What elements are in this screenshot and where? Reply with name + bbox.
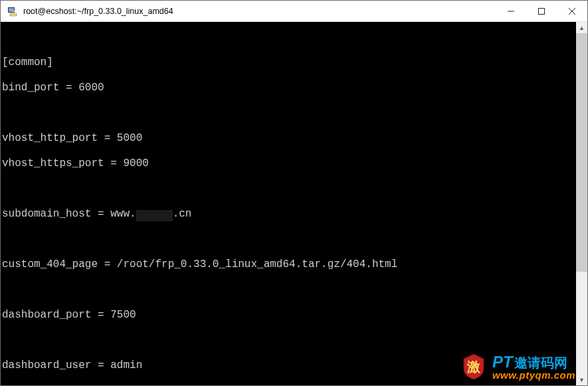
scrollbar-thumb[interactable] bbox=[576, 33, 587, 272]
text: .cn bbox=[173, 208, 192, 220]
config-line: dashboard_pwd = a bbox=[2, 385, 575, 385]
config-line bbox=[2, 183, 575, 195]
config-line: vhost_http_port = 5000 bbox=[2, 132, 575, 145]
config-line: vhost_https_port = 9000 bbox=[2, 157, 575, 170]
config-line bbox=[2, 107, 575, 120]
svg-rect-5 bbox=[539, 8, 545, 14]
config-line: subdomain_host = www..cn bbox=[2, 208, 575, 221]
config-line bbox=[2, 334, 575, 347]
config-line: dashboard_user = admin bbox=[2, 359, 575, 372]
terminal-area: [common] bind_port = 6000 vhost_http_por… bbox=[1, 22, 587, 385]
scroll-down-button[interactable]: ▼ bbox=[576, 374, 587, 385]
close-button[interactable] bbox=[557, 1, 587, 21]
scrollbar-track[interactable] bbox=[576, 33, 587, 374]
scroll-up-button[interactable]: ▲ bbox=[576, 22, 587, 33]
config-line: custom_404_page = /root/frp_0.33.0_linux… bbox=[2, 258, 575, 271]
svg-rect-2 bbox=[10, 13, 17, 16]
config-line bbox=[2, 233, 575, 246]
config-line: [common] bbox=[2, 56, 575, 69]
vertical-scrollbar[interactable]: ▲ ▼ bbox=[576, 22, 587, 385]
title-bar: root@ecshost:~/frp_0.33.0_linux_amd64 bbox=[1, 1, 587, 22]
window-controls bbox=[496, 1, 587, 21]
maximize-button[interactable] bbox=[526, 1, 557, 21]
config-line: bind_port = 6000 bbox=[2, 82, 575, 94]
window-title: root@ecshost:~/frp_0.33.0_linux_amd64 bbox=[23, 7, 173, 16]
redacted-domain bbox=[136, 210, 173, 221]
minimize-button[interactable] bbox=[496, 1, 526, 21]
config-line bbox=[2, 284, 575, 296]
config-line: dashboard_port = 7500 bbox=[2, 309, 575, 322]
terminal-output[interactable]: [common] bind_port = 6000 vhost_http_por… bbox=[1, 22, 576, 385]
text: subdomain_host = www. bbox=[2, 208, 136, 220]
putty-icon bbox=[6, 5, 19, 18]
text: dashboard_pwd = bbox=[2, 385, 104, 385]
text: a bbox=[104, 385, 111, 385]
svg-rect-1 bbox=[9, 8, 14, 12]
